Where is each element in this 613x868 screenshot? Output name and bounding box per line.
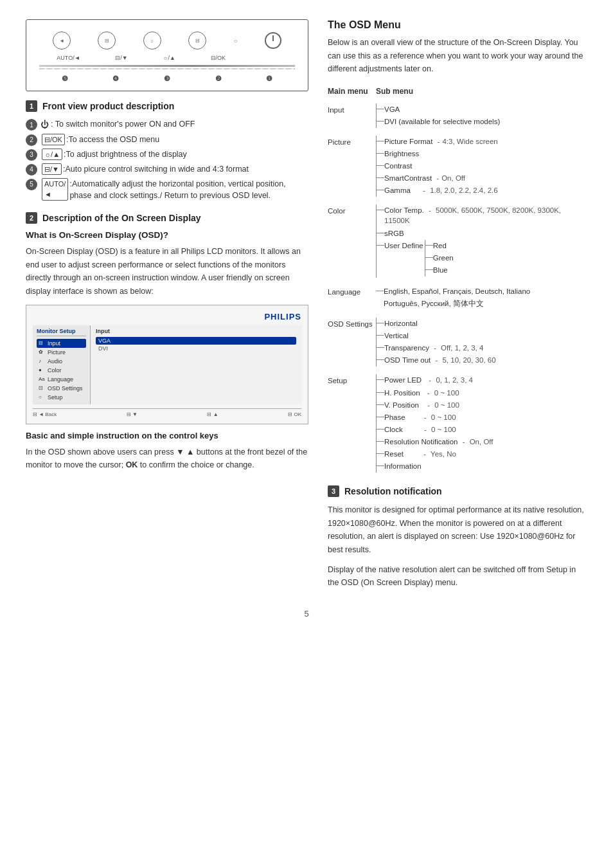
basic-instruction-title: Basic and simple instruction on the cont… [26,431,308,440]
tree-sub-powerled: Power LED - 0, 1, 2, 3, 4 [377,374,587,385]
osd-menu-label-audio: Audio [48,358,62,365]
btn-num-1: 1 [26,119,37,131]
tree-sub-lang1: English, Español, Français, Deutsch, Ita… [376,285,587,296]
tree-main-color: Color [328,204,376,278]
footer-back: ⊟ ◄ Back [33,411,57,417]
osd-subtitle: What is On-Screen Display (OSD)? [26,230,308,240]
section1-title: Front view product description [42,101,174,111]
section2-title: Description of the On Screen Display [42,213,201,223]
item-info: Information [384,460,422,471]
item-vertical: Vertical [384,330,409,341]
tree-group-language: Language English, Español, Français, Deu… [328,285,587,310]
section2-num: 2 [26,212,37,224]
num-2: ❷ [215,75,222,83]
section1-num: 1 [26,100,37,112]
tree-sub-gamma: Gamma - 1.8, 2.0, 2.2, 2.4, 2.6 [377,185,587,195]
tree-subsub-green: Green [425,252,454,263]
tree-sub-resnot: Resolution Notification - On, Off [377,436,587,447]
tree-sub-srgb: sRGB [377,228,587,239]
btn-desc-2: 2 ⊟/OK :To access the OSD menu [26,134,308,146]
osd-content: Monitor Setup ⊟ Input ✿ Picture ♪ Audio [33,325,301,404]
item-dvi: DVI (available for selective models) [384,116,500,127]
tree-header-main: Main menu [328,86,376,97]
btn-auto: ◄ [53,32,71,50]
num-3: ❸ [164,75,170,83]
osd-icon-input: ⊟ [39,340,45,346]
osd-right-title: Input [96,328,296,334]
monitor-buttons: ◄ ⊟ ☼ ⊟ ○ [39,32,295,55]
tree-sub-transparency: Transparency - Off, 1, 2, 3, 4 [377,342,587,353]
tree-sub-osdtimeout: OSD Time out - 5, 10, 20, 30, 60 [377,354,587,365]
item-vpos: V. Position - 0 ~ 100 [384,399,459,410]
tree-sub-clock: Clock - 0 ~ 100 [377,424,587,435]
btn-desc-1: 1 ⏻ : To switch monitor's power ON and O… [26,118,308,131]
tree-sub-phase: Phase - 0 ~ 100 [377,411,587,422]
btn-num-5: 5 [26,179,37,190]
osd-menu-section-title: The OSD Menu [328,19,587,31]
footer-back-label: ⊟ ◄ Back [33,411,57,417]
right-column: The OSD Menu Below is an overall view of… [328,19,587,596]
label-menu: ⊟/▼ [115,55,127,61]
item-phase: Phase - 0 ~ 100 [384,411,456,422]
item-osdtimeout: OSD Time out - 5, 10, 20, 30, 60 [384,354,496,365]
osd-menu-label-color: Color [48,367,62,374]
btn-icon-brightness: ☼/▲ [42,149,62,161]
osd-sub-dvi: DVI [96,345,296,352]
tree-sub-brightness: Brightness [377,148,587,159]
osd-menu-label-language: Language [48,376,73,383]
tree-main-setup: Setup [328,374,376,473]
tree-subs-color: Color Temp. - 5000K, 6500K, 7500K, 8200K… [376,204,587,278]
item-colortemp: Color Temp. - 5000K, 6500K, 7500K, 8200K… [384,204,587,226]
osd-body: On-Screen Display (OSD) is a feature in … [26,245,308,298]
page-number: 5 [26,609,587,619]
osd-menu-language: Aa Language [37,375,86,384]
osd-footer: ⊟ ◄ Back ⊟ ▼ ⊟ ▲ ⊟ OK [33,408,301,417]
tree-sub-vga: VGA [377,104,587,114]
item-powerled: Power LED - 0, 1, 2, 3, 4 [384,374,473,385]
osd-menu-label-input: Input [48,340,60,347]
btn-num-3: 3 [26,149,37,161]
osd-icon-color: ● [39,367,45,373]
osd-menu-setup: ○ Setup [37,393,86,402]
btn-text-5: :Automatically adjust the horizontal pos… [69,178,308,203]
section3-num: 3 [328,485,339,497]
tree-sub-vertical: Vertical [377,330,587,341]
footer-ok-label: ⊟ OK [288,411,301,417]
btn-text-4: :Auto picure control switching in wide a… [63,163,249,176]
tree-subs-osdsettings: Horizontal Vertical Transparency - Off, … [376,318,587,366]
tree-sub-hpos: H. Position - 0 ~ 100 [377,387,587,398]
btn-ok: ⊟ [188,32,206,50]
btn-power [265,32,281,49]
tree-sub-info: Information [377,460,587,471]
tree-main-picture: Picture [328,136,376,197]
tree-sub-dvi: DVI (available for selective models) [377,116,587,127]
tree-sub-userdefine: User Define Red Green [377,240,587,276]
btn-brightness: ☼ [143,32,161,50]
section3-title: Resolution notification [344,486,442,496]
btn-desc-5: 5 AUTO/◄ :Automatically adjust the horiz… [26,178,308,203]
footer-down: ⊟ ▼ [127,411,138,417]
item-resnot: Resolution Notification - On, Off [384,436,493,447]
label-brightness: ☼/▲ [163,55,175,61]
btn-icon-auto: AUTO/◄ [42,178,68,201]
item-contrast: Contrast [384,160,412,171]
tree-sub-horizontal: Horizontal [377,318,587,329]
osd-menu-label-osd: OSD Settings [48,385,83,392]
item-transparency: Transparency - Off, 1, 2, 3, 4 [384,342,483,353]
section1-header: 1 Front view product description [26,100,308,112]
item-pictformat: Picture Format -4:3, Wide screen [384,136,498,147]
basic-body: In the OSD shown above users can press ▼… [26,446,308,472]
osd-screenshot: PHILIPS Monitor Setup ⊟ Input ✿ Picture [26,305,308,424]
osd-menu-label-picture: Picture [48,349,66,356]
tree-group-color: Color Color Temp. - 5000K, 6500K, 7500K,… [328,204,587,278]
footer-ok: ⊟ OK [288,411,301,417]
section2: 2 Description of the On Screen Display W… [26,212,308,472]
tree-subs-setup: Power LED - 0, 1, 2, 3, 4 H. Position - … [376,374,587,473]
label-empty [261,55,278,61]
footer-up-label: ⊟ ▲ [207,411,218,417]
tree-sub-vpos: V. Position - 0 ~ 100 [377,399,587,410]
tree-main-osdsettings: OSD Settings [328,318,376,366]
tree-sub-smartcontrast: SmartContrast -On, Off [377,172,587,183]
osd-menu-osd: ⊡ OSD Settings [37,384,86,393]
btn-num-2: 2 [26,134,37,146]
